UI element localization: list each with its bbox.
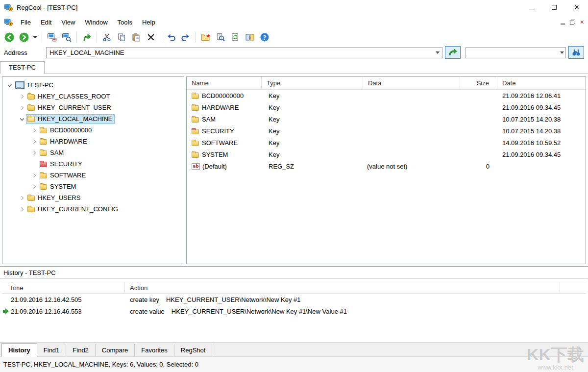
bottom-tab-favorites[interactable]: Favorites — [135, 344, 174, 356]
address-dropdown-icon[interactable] — [433, 48, 442, 58]
network-registry-search-button[interactable] — [59, 30, 74, 44]
tree-item-content[interactable]: HKEY_USERS — [26, 193, 83, 203]
tree-item-test-pc[interactable]: TEST-PC — [2, 79, 184, 91]
tree-item-content[interactable]: BCD00000000 — [38, 125, 94, 135]
expand-arrow-icon[interactable] — [18, 208, 26, 211]
expand-arrow-icon[interactable] — [18, 197, 26, 199]
column-header-type[interactable]: Type — [262, 77, 363, 89]
tree-item-software[interactable]: SOFTWARE — [2, 170, 184, 181]
close-button[interactable]: × — [565, 0, 588, 15]
value-date: 10.07.2015 14.20.38 — [497, 116, 586, 123]
refresh-button[interactable] — [228, 30, 243, 44]
bottom-tab-find2[interactable]: Find2 — [66, 344, 96, 356]
tree-item-hkey_users[interactable]: HKEY_USERS — [2, 192, 184, 203]
list-row-hardware[interactable]: HARDWAREKey21.09.2016 09.34.45 — [187, 101, 586, 113]
history-column-action[interactable]: Action — [125, 282, 560, 293]
tree-item-content[interactable]: SOFTWARE — [38, 171, 88, 180]
list-row-software[interactable]: SOFTWAREKey14.09.2016 10.59.52 — [187, 137, 586, 149]
bottom-tab-find1[interactable]: Find1 — [37, 344, 67, 356]
tree-item-security[interactable]: SECURITY — [2, 158, 184, 170]
tree-item-content[interactable]: HARDWARE — [38, 137, 89, 147]
tree-item-content[interactable]: SYSTEM — [38, 182, 78, 192]
minimize-button[interactable] — [520, 0, 543, 15]
compare-button[interactable] — [243, 30, 257, 44]
cut-button[interactable] — [99, 30, 114, 44]
expand-arrow-icon[interactable] — [30, 185, 38, 188]
bottom-tab-history[interactable]: History — [1, 343, 37, 357]
history-dropdown-button[interactable] — [31, 30, 39, 44]
tree-item-system[interactable]: SYSTEM — [2, 181, 184, 192]
delete-button[interactable] — [144, 30, 158, 44]
column-header-name[interactable]: Name — [187, 77, 262, 89]
forward-button[interactable] — [17, 30, 31, 44]
help-icon: ? — [260, 32, 270, 42]
undo-button[interactable] — [164, 30, 178, 44]
tree-item-content[interactable]: SECURITY — [38, 159, 85, 169]
expand-arrow-icon[interactable] — [30, 174, 38, 177]
tree-item-bcd00000000[interactable]: BCD00000000 — [2, 124, 184, 136]
mdi-minimize-icon[interactable] — [561, 24, 565, 25]
find-button[interactable] — [213, 30, 228, 44]
tree-item-content[interactable]: HKEY_CURRENT_USER — [26, 103, 114, 113]
bottom-tab-regshot[interactable]: RegShot — [174, 344, 213, 356]
quick-search-input[interactable] — [466, 48, 558, 58]
tree-item-sam[interactable]: SAM — [2, 147, 184, 158]
go-button[interactable] — [445, 46, 461, 59]
menu-tools[interactable]: Tools — [113, 17, 137, 28]
redo-button[interactable] — [178, 30, 193, 44]
column-header-date[interactable]: Date — [497, 77, 586, 89]
tree-item-hkey_current_config[interactable]: HKEY_CURRENT_CONFIG — [2, 203, 184, 215]
bottom-tab-compare[interactable]: Compare — [96, 344, 135, 356]
collapse-arrow-icon[interactable] — [18, 117, 26, 121]
maximize-button[interactable] — [543, 0, 565, 15]
tree-item-hkey_classes_root[interactable]: HKEY_CLASSES_ROOT — [2, 91, 184, 102]
history-column-time[interactable]: Time — [1, 282, 125, 293]
copy-button[interactable] — [114, 30, 129, 44]
list-row-bcd00000000[interactable]: BCD00000000Key21.09.2016 12.06.41 — [187, 90, 586, 101]
menu-help[interactable]: Help — [137, 17, 160, 28]
mdi-system-menu-icon[interactable] — [4, 18, 13, 26]
search-button[interactable] — [568, 46, 584, 59]
collapse-arrow-icon[interactable] — [5, 83, 14, 87]
mdi-close-icon[interactable]: × — [580, 19, 584, 25]
address-input[interactable] — [47, 48, 433, 58]
jump-to-regedit-button[interactable] — [79, 30, 94, 44]
jump-to-regedit-icon — [82, 32, 92, 42]
help-button[interactable]: ? — [257, 30, 272, 44]
expand-arrow-icon[interactable] — [30, 140, 38, 143]
list-row-security[interactable]: SECURITYKey10.07.2015 14.20.38 — [187, 125, 586, 137]
history-row[interactable]: 21.09.2016 12.16.46.553create valueHKEY_… — [1, 305, 587, 317]
list-row-default[interactable]: (Default)REG_SZ(value not set)0 — [187, 160, 586, 172]
mdi-restore-icon[interactable] — [570, 20, 575, 25]
tree-item-content[interactable]: HKEY_CURRENT_CONFIG — [26, 204, 121, 214]
connect-network-registry-button[interactable] — [45, 30, 59, 44]
expand-arrow-icon[interactable] — [30, 151, 38, 154]
paste-button[interactable] — [129, 30, 144, 44]
expand-arrow-icon[interactable] — [30, 129, 38, 132]
quick-search-combobox[interactable] — [466, 47, 566, 58]
list-row-sam[interactable]: SAMKey10.07.2015 14.20.38 — [187, 113, 586, 125]
tree-item-content[interactable]: HKEY_LOCAL_MACHINE — [26, 114, 115, 124]
tab-test-pc[interactable]: TEST-PC — [0, 61, 45, 74]
value-name: SOFTWARE — [202, 139, 238, 147]
expand-arrow-icon[interactable] — [18, 95, 26, 98]
back-button[interactable] — [2, 30, 17, 44]
tree-item-content[interactable]: HKEY_CLASSES_ROOT — [26, 92, 112, 101]
menu-window[interactable]: Window — [80, 17, 112, 28]
address-combobox[interactable] — [46, 47, 442, 58]
menu-view[interactable]: View — [56, 17, 80, 28]
tree-item-hkey_local_machine[interactable]: HKEY_LOCAL_MACHINE — [2, 113, 184, 124]
column-header-size[interactable]: Size — [460, 77, 497, 89]
search-dropdown-icon[interactable] — [558, 48, 565, 58]
history-row[interactable]: 21.09.2016 12.16.42.505create keyHKEY_CU… — [1, 294, 587, 305]
tree-item-hardware[interactable]: HARDWARE — [2, 136, 184, 147]
expand-arrow-icon[interactable] — [18, 106, 26, 109]
tree-item-hkey_current_user[interactable]: HKEY_CURRENT_USER — [2, 102, 184, 113]
favorites-button[interactable] — [198, 30, 213, 44]
menu-file[interactable]: File — [16, 17, 36, 28]
list-row-system[interactable]: SYSTEMKey21.09.2016 09.34.45 — [187, 149, 586, 160]
tree-item-content[interactable]: TEST-PC — [14, 80, 56, 90]
menu-edit[interactable]: Edit — [36, 17, 56, 28]
tree-item-content[interactable]: SAM — [38, 148, 66, 158]
column-header-data[interactable]: Data — [363, 77, 460, 89]
